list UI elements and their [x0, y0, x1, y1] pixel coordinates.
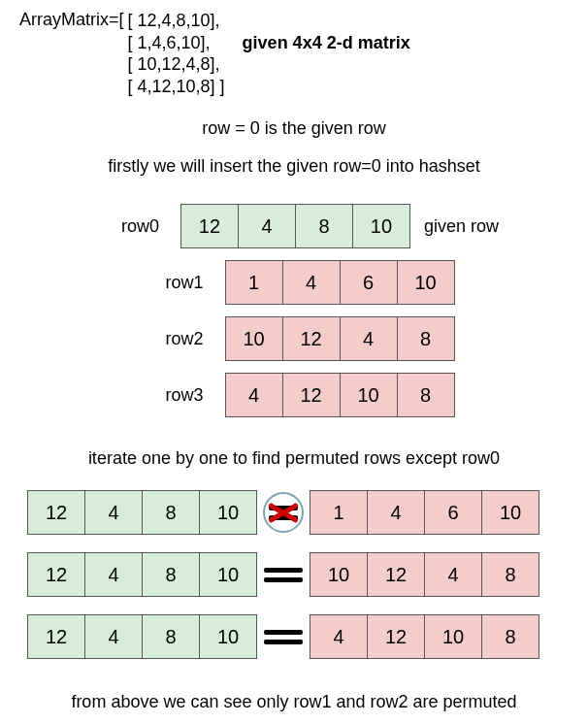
row-label: row3 [134, 385, 204, 406]
cell: 10 [352, 204, 410, 248]
row-line: row3412108 [134, 373, 455, 417]
cell: 4 [340, 316, 398, 361]
row-right-label: given row [424, 216, 499, 237]
matrix-row-text: [ 1,4,6,10], [128, 32, 225, 54]
cell: 8 [397, 373, 455, 417]
cell: 8 [481, 614, 539, 659]
cell: 12 [27, 614, 85, 659]
cell: 4 [225, 373, 283, 417]
cell: 10 [424, 614, 482, 659]
cell: 10 [199, 614, 257, 659]
explain-given-row: row = 0 is the given row [19, 118, 569, 139]
cell: 8 [142, 614, 200, 659]
comparison-line: 12481014610 [27, 490, 569, 535]
comparison-block: 12481014610124810101248124810412108 [19, 490, 569, 659]
matrix-caption: given 4x4 2-d matrix [243, 33, 410, 53]
cell: 12 [367, 614, 425, 659]
cell: 10 [199, 552, 257, 597]
row-label: row1 [134, 273, 204, 293]
cell: 12 [282, 373, 341, 417]
cell: 4 [84, 614, 143, 659]
cell: 4 [84, 490, 143, 535]
cell-row: 14610 [310, 490, 539, 535]
cell: 6 [424, 490, 482, 535]
cell: 4 [424, 552, 482, 597]
cell: 10 [481, 490, 539, 535]
cell: 8 [481, 552, 539, 597]
cell-row: 101248 [225, 316, 455, 361]
cell: 1 [310, 490, 368, 535]
equals-icon [257, 568, 310, 582]
cell: 8 [397, 316, 455, 361]
cell: 12 [282, 316, 341, 361]
comparison-line: 124810412108 [27, 614, 569, 659]
row-line: row114610 [134, 260, 455, 305]
equals-icon [257, 630, 310, 644]
matrix-row-text: [ 12,4,8,10], [128, 10, 225, 32]
explain-conclusion: from above we can see only row1 and row2… [19, 692, 569, 712]
not-equals-icon [257, 493, 310, 532]
cell: 12 [27, 552, 85, 597]
cell: 4 [310, 614, 368, 659]
cell: 4 [367, 490, 425, 535]
rows-block: row0124810given rowrow114610row2101248ro… [19, 204, 569, 417]
cell: 8 [142, 552, 200, 597]
cell: 8 [295, 204, 353, 248]
row-label: row0 [89, 216, 159, 237]
matrix-label: ArrayMatrix=[ [19, 10, 128, 30]
cell: 6 [340, 260, 398, 305]
matrix-rows: [ 12,4,8,10], [ 1,4,6,10], [ 10,12,4,8],… [128, 10, 225, 97]
explain-iterate: iterate one by one to find permuted rows… [19, 448, 569, 469]
matrix-row-text: [ 4,12,10,8] ] [128, 76, 225, 98]
cell: 12 [180, 204, 239, 248]
explain-hashset: firstly we will insert the given row=0 i… [19, 156, 569, 177]
cell: 12 [367, 552, 425, 597]
cell: 4 [238, 204, 296, 248]
row-label: row2 [134, 329, 204, 349]
cell: 10 [340, 373, 398, 417]
cell-row: 14610 [225, 260, 455, 305]
cell-row: 124810 [27, 490, 257, 535]
matrix-row-text: [ 10,12,4,8], [128, 53, 225, 76]
cell: 8 [142, 490, 200, 535]
cell: 10 [225, 316, 283, 361]
matrix-definition: ArrayMatrix=[ [ 12,4,8,10], [ 1,4,6,10],… [19, 10, 569, 97]
cell: 4 [84, 552, 143, 597]
cell: 10 [310, 552, 368, 597]
cell-row: 412108 [310, 614, 539, 659]
comparison-line: 124810101248 [27, 552, 569, 597]
cell: 12 [27, 490, 85, 535]
cell: 4 [282, 260, 341, 305]
cell: 10 [199, 490, 257, 535]
cell-row: 124810 [27, 614, 257, 659]
row-line: row2101248 [134, 316, 455, 361]
cell: 10 [397, 260, 455, 305]
cell-row: 101248 [310, 552, 539, 597]
cell: 1 [225, 260, 283, 305]
cell-row: 124810 [27, 552, 257, 597]
cell-row: 412108 [225, 373, 455, 417]
row-line: row0124810given row [89, 204, 499, 248]
cell-row: 124810 [180, 204, 410, 248]
